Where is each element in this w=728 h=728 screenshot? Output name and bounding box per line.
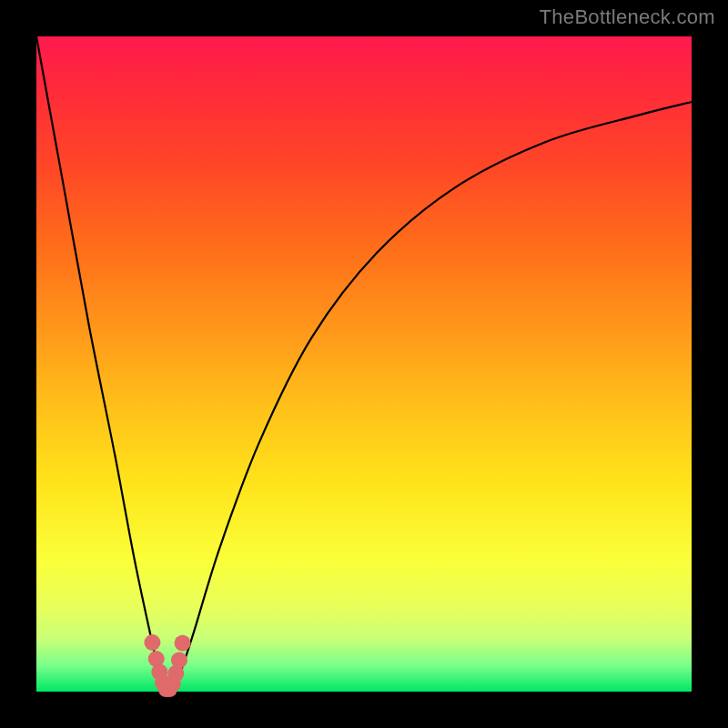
chart-frame: TheBottleneck.com [0, 0, 728, 728]
bottleneck-curve [36, 36, 692, 692]
highlight-dots [144, 634, 190, 697]
highlight-dot [144, 634, 160, 651]
curve-layer [36, 36, 692, 692]
plot-area [36, 36, 692, 692]
watermark-text: TheBottleneck.com [540, 5, 715, 29]
highlight-dot [171, 652, 187, 668]
highlight-dot [175, 635, 191, 652]
